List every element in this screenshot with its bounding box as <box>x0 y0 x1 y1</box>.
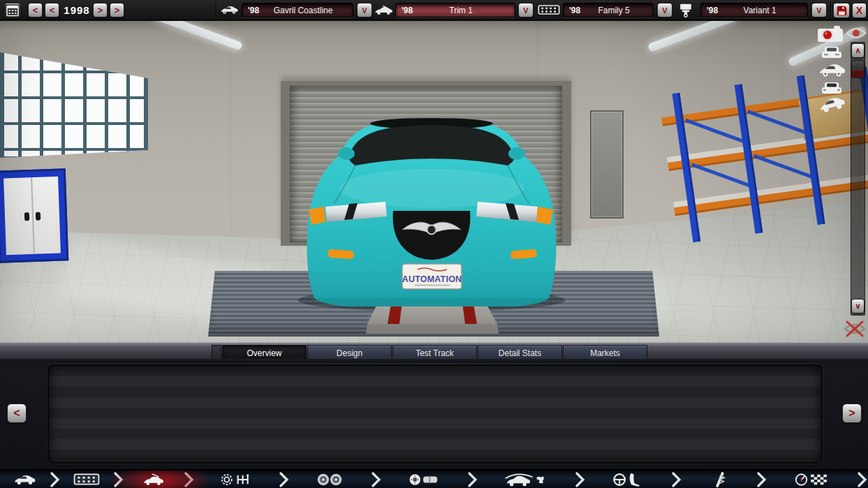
step-separator-chevron <box>857 470 868 488</box>
model-dropdown-button[interactable]: V <box>357 3 372 17</box>
close-button[interactable]: X <box>852 3 867 18</box>
year-prev-fast-button[interactable]: < <box>28 3 43 17</box>
interior-icon <box>612 472 645 487</box>
step-suspension[interactable] <box>682 470 756 488</box>
save-icon <box>836 5 848 17</box>
tab-strip-endcap <box>212 345 221 361</box>
gearbox-icon <box>221 473 251 487</box>
model-dropdown[interactable]: '98 Gavril Coastline <box>242 3 353 17</box>
eye-hidden-icon <box>843 320 867 338</box>
year-next-fast-button[interactable]: > <box>110 3 124 17</box>
trim-dropdown[interactable]: '98 Trim 1 <box>395 3 515 17</box>
license-plate-text: AUTOMATION <box>402 274 462 284</box>
variant-dropdown[interactable]: '98 Variant 1 <box>700 3 808 17</box>
step-separator-chevron <box>370 470 381 488</box>
car-render: AUTOMATION <box>0 21 868 343</box>
car-body-icon <box>13 473 36 486</box>
aero-icon <box>504 472 547 487</box>
camera-icon <box>817 24 844 43</box>
step-gearbox[interactable] <box>194 470 278 488</box>
photo-mode-button[interactable] <box>816 24 845 43</box>
step-separator-chevron <box>575 470 586 488</box>
family-year-label: '98 <box>564 6 580 15</box>
top-bar: < < 1998 > > '98 Gavril Coastline V '98 … <box>0 0 868 20</box>
family-name-label: Family 5 <box>580 6 653 15</box>
wheels-icon <box>316 473 344 487</box>
trim-crane-icon <box>142 472 165 487</box>
step-separator-chevron <box>466 470 478 488</box>
variant-name-label: Variant 1 <box>718 6 807 15</box>
step-aero[interactable] <box>478 470 574 488</box>
year-next-button[interactable]: > <box>93 3 108 17</box>
trim-year-label: '98 <box>396 6 413 15</box>
step-trim-model[interactable] <box>124 470 183 488</box>
scrollbar-thumb[interactable] <box>851 60 865 78</box>
eye-icon <box>846 27 867 40</box>
center-tab-strip: Overview Design Test Track Detail Stats … <box>0 342 868 362</box>
step-test-track[interactable] <box>767 470 857 488</box>
test-track-icon <box>794 473 830 487</box>
model-name-label: Gavril Coastline <box>259 6 353 15</box>
tab-design[interactable]: Design <box>307 345 392 361</box>
variant-dropdown-button[interactable]: V <box>811 3 827 17</box>
step-wheels[interactable] <box>289 470 370 488</box>
tab-markets[interactable]: Markets <box>563 345 647 361</box>
visibility-toggle-button[interactable] <box>845 26 867 40</box>
step-separator-chevron <box>756 470 767 488</box>
step-separator-chevron <box>49 470 60 488</box>
trim-icon <box>373 3 394 17</box>
engine-icon <box>73 473 100 486</box>
automation-app: < < 1998 > > '98 Gavril Coastline V '98 … <box>0 0 868 488</box>
tab-overview[interactable]: Overview <box>222 345 307 361</box>
trim-dropdown-button[interactable]: V <box>518 3 534 17</box>
family-dropdown-button[interactable]: V <box>657 3 672 17</box>
family-dropdown[interactable]: '98 Family 5 <box>563 3 654 17</box>
top-bar-divider <box>830 1 831 19</box>
design-steps-toolbar <box>0 469 868 488</box>
tab-test-track[interactable]: Test Track <box>392 345 477 361</box>
camera-front-view-button[interactable] <box>818 44 845 60</box>
brakes-icon <box>408 473 440 487</box>
panel-next-button[interactable]: > <box>842 404 862 423</box>
year-display: 1998 <box>61 4 92 16</box>
calendar-icon <box>6 5 19 17</box>
step-separator-chevron <box>278 470 289 488</box>
car-side-icon <box>818 63 846 78</box>
step-engine[interactable] <box>60 470 112 488</box>
model-year-label: '98 <box>242 6 259 15</box>
year-prev-button[interactable]: < <box>45 3 59 17</box>
camera-three-quarter-view-button[interactable] <box>817 96 846 114</box>
car-three-quarter-icon <box>818 97 846 114</box>
car-rear-icon <box>821 80 843 95</box>
hide-ui-toggle-button[interactable] <box>842 318 867 339</box>
license-plate: AUTOMATION <box>402 264 462 289</box>
scrollbar-down-button[interactable]: ∨ <box>851 299 865 313</box>
garage-3d-viewport[interactable]: AUTOMATION <box>0 21 868 343</box>
car-model-icon <box>219 3 239 17</box>
tab-detail-stats[interactable]: Detail Stats <box>478 345 562 361</box>
calendar-button[interactable] <box>4 3 21 18</box>
step-interior[interactable] <box>586 470 671 488</box>
step-separator-chevron <box>671 470 682 488</box>
camera-rear-view-button[interactable] <box>818 80 845 96</box>
step-brakes[interactable] <box>381 470 466 488</box>
variant-year-label: '98 <box>701 6 718 15</box>
panel-prev-button[interactable]: < <box>7 404 27 423</box>
engine-family-icon <box>538 3 560 17</box>
trim-name-label: Trim 1 <box>413 6 515 15</box>
overview-panel-content <box>47 364 823 464</box>
top-bar-divider <box>216 1 216 19</box>
suspension-icon <box>709 472 730 487</box>
engine-variant-icon <box>677 3 695 17</box>
step-car-body[interactable] <box>0 470 49 488</box>
scrollbar-up-button[interactable]: ∧ <box>851 43 865 58</box>
overview-panel: < > <box>0 362 868 469</box>
car-front-icon <box>821 45 843 59</box>
viewport-scrollbar-track[interactable] <box>851 42 865 316</box>
save-button[interactable] <box>833 3 850 18</box>
camera-side-view-button[interactable] <box>817 62 846 79</box>
